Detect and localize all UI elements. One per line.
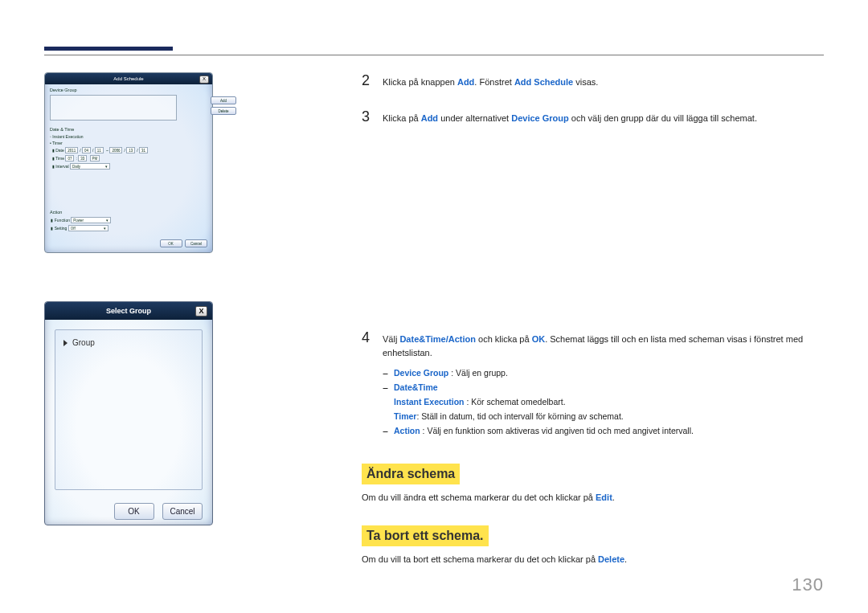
date-month-field[interactable]: 04 [82, 147, 91, 153]
date-to-day-field[interactable]: 31 [139, 147, 148, 153]
function-row: ▮ Function Power [50, 217, 207, 223]
list-item: Device Group : Välj en grupp. [383, 366, 824, 381]
ok-button[interactable]: OK [160, 239, 182, 247]
dialog-title: Select Group [106, 307, 151, 315]
device-group-label: Device Group [50, 88, 207, 92]
list-item: Timer: Ställ in datum, tid och intervall… [383, 410, 824, 424]
date-day-field[interactable]: 11 [95, 147, 104, 153]
step-2: 2 Klicka på knappen Add. Fönstret Add Sc… [362, 72, 824, 89]
action-label: Action [50, 210, 207, 215]
page-number: 130 [792, 574, 824, 595]
add-button[interactable]: Add [211, 96, 236, 104]
group-tree[interactable]: Group [55, 329, 203, 490]
step-number: 3 [362, 108, 375, 125]
step-4: 4 Välj Date&Time/Action och klicka på OK… [362, 329, 824, 438]
step-4-sublist: Device Group : Välj en grupp. Date&Time … [383, 366, 824, 438]
paragraph: Om du vill ta bort ett schema markerar d… [362, 553, 824, 566]
select-group-dialog: Select Group X Group OK Cancel [44, 301, 213, 525]
step-3: 3 Klicka på Add under alternativet Devic… [362, 108, 824, 125]
dialog-title: Add Schedule [113, 76, 143, 81]
header-rule [44, 55, 824, 55]
timer-row: • Timer [50, 141, 207, 145]
page-content: Add Schedule X Device Group Add Delete D… [44, 72, 824, 589]
close-icon[interactable]: X [195, 306, 207, 317]
dialog-titlebar: Select Group X [45, 302, 212, 320]
tree-root-label[interactable]: Group [72, 338, 95, 347]
step-text: Välj Date&Time/Action och klicka på OK. … [375, 329, 824, 438]
date-label: Date [55, 148, 64, 153]
setting-row: ▮ Setting Off [50, 225, 207, 231]
right-column: 2 Klicka på knappen Add. Fönstret Add Sc… [362, 72, 824, 589]
time-label: Time [55, 156, 64, 161]
spacer [362, 145, 824, 329]
datetime-label: Date & Time [50, 127, 207, 132]
list-item: Date&Time [383, 381, 824, 395]
function-label: Function [55, 218, 70, 223]
delete-button[interactable]: Delete [211, 107, 236, 115]
left-column: Add Schedule X Device Group Add Delete D… [44, 72, 213, 589]
triangle-icon [63, 340, 68, 346]
dialog-footer: OK Cancel [45, 500, 212, 520]
step-text: Klicka på Add under alternativet Device … [375, 108, 757, 125]
setting-label: Setting [55, 226, 68, 231]
date-row: ▮ Date 2011/ 04/ 11 ~ 2086/ 13/ 31 [50, 147, 207, 153]
interval-row: ▮ Interval Daily [50, 163, 207, 170]
paragraph: Om du vill ändra ett schema markerar du … [362, 491, 824, 505]
header-accent-bar [44, 47, 173, 51]
date-to-year-field[interactable]: 2086 [109, 147, 122, 153]
dialog-titlebar: Add Schedule X [45, 73, 212, 84]
datetime-section: Date & Time ◦ Instant Execution • Timer … [45, 124, 212, 174]
setting-dropdown[interactable]: Off [68, 225, 108, 231]
device-group-section: Device Group Add Delete [45, 84, 212, 124]
date-to-month-field[interactable]: 13 [126, 147, 135, 153]
cancel-button[interactable]: Cancel [185, 239, 207, 247]
instant-execution-row: ◦ Instant Execution [50, 134, 207, 139]
list-item: Action : Välj en funktion som aktiveras … [383, 424, 824, 439]
interval-label: Interval [55, 164, 68, 169]
list-item: Instant Execution : Kör schemat omedelba… [383, 395, 824, 410]
instant-execution-label[interactable]: Instant Execution [52, 134, 83, 139]
dialog-footer: OK Cancel [45, 236, 212, 247]
interval-dropdown[interactable]: Daily [70, 163, 110, 170]
date-year-field[interactable]: 2011 [65, 147, 78, 153]
step-text: Klicka på knappen Add. Fönstret Add Sche… [375, 72, 598, 89]
ok-button[interactable]: OK [114, 503, 154, 520]
time-row: ▮ Time 07: 33 PM [50, 155, 207, 161]
time-ampm-field[interactable]: PM [90, 155, 100, 161]
device-group-listbox[interactable] [50, 95, 177, 121]
step-number: 4 [362, 329, 375, 346]
cancel-button[interactable]: Cancel [162, 503, 203, 520]
close-icon[interactable]: X [199, 76, 209, 84]
step-number: 2 [362, 72, 375, 89]
time-hour-field[interactable]: 07 [65, 155, 74, 161]
section-heading-delete: Ta bort ett schema. [362, 525, 489, 546]
action-section: Action ▮ Function Power ▮ Setting Off [45, 206, 212, 236]
function-dropdown[interactable]: Power [71, 217, 111, 223]
timer-label[interactable]: Timer [52, 141, 63, 145]
time-min-field[interactable]: 33 [78, 155, 87, 161]
section-heading-edit: Ändra schema [362, 464, 460, 484]
add-schedule-dialog: Add Schedule X Device Group Add Delete D… [44, 72, 213, 253]
